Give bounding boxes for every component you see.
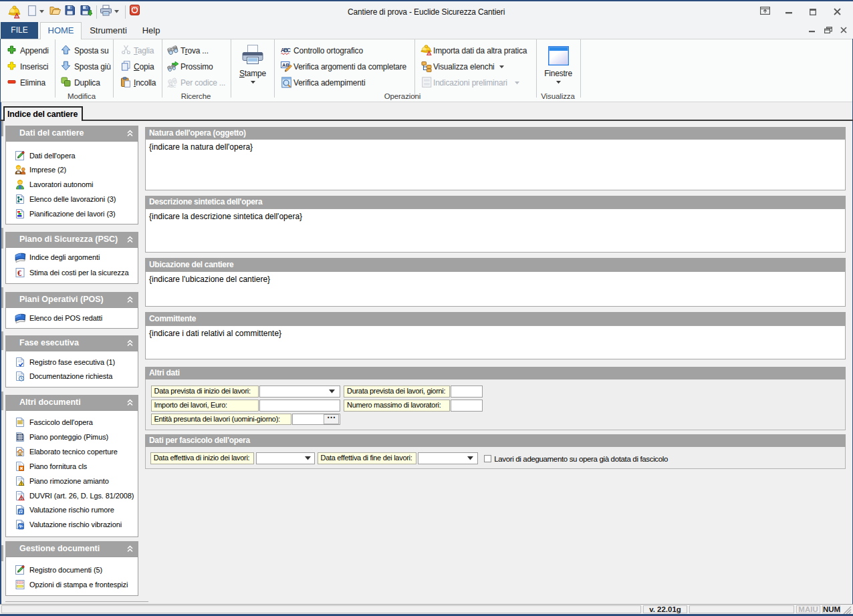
- svg-text:ABC: ABC: [281, 47, 291, 53]
- svg-text:ABC: ABC: [167, 84, 176, 88]
- svg-text:€: €: [17, 268, 21, 277]
